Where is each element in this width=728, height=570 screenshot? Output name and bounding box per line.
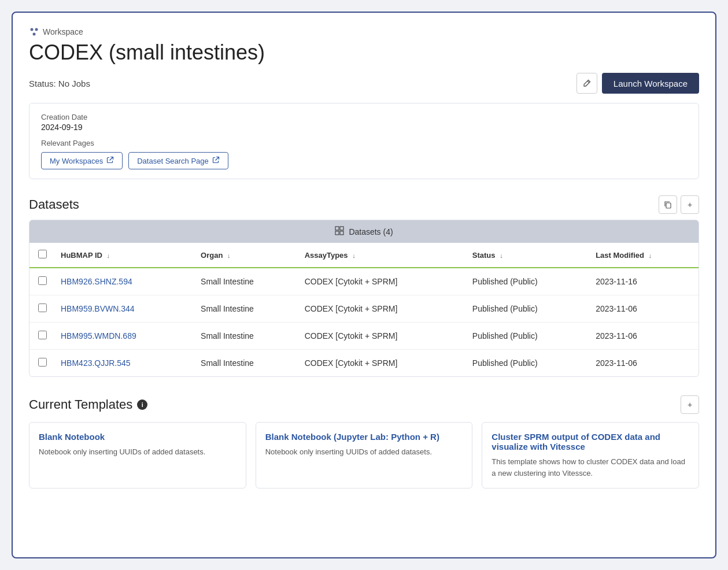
select-all-checkbox[interactable] bbox=[38, 250, 47, 258]
row-hubmap-id: HBM926.SHNZ.594 bbox=[55, 268, 195, 295]
row-hubmap-id: HBM959.BVWN.344 bbox=[55, 295, 195, 323]
table-row: HBM959.BVWN.344 Small Intestine CODEX [C… bbox=[29, 295, 699, 323]
last-modified-sort-icon: ↓ bbox=[649, 252, 652, 259]
page-title: CODEX (small intestines) bbox=[29, 40, 699, 65]
status-sort-icon: ↓ bbox=[500, 252, 503, 259]
row-checkbox-0[interactable] bbox=[38, 276, 47, 285]
dataset-link-2[interactable]: HBM995.WMDN.689 bbox=[61, 331, 136, 340]
datasets-section-actions: + bbox=[659, 195, 699, 214]
row-status: Published (Public) bbox=[467, 268, 590, 295]
action-buttons: Launch Workspace bbox=[577, 73, 699, 94]
add-dataset-button[interactable]: + bbox=[681, 195, 699, 214]
select-all-header bbox=[29, 243, 55, 268]
hubmap-id-sort-icon: ↓ bbox=[107, 252, 110, 259]
organ-sort-icon: ↓ bbox=[227, 252, 231, 259]
row-checkbox-3[interactable] bbox=[38, 358, 47, 367]
copy-datasets-button[interactable] bbox=[659, 195, 677, 214]
row-checkbox-cell bbox=[29, 323, 55, 350]
link1-icon bbox=[106, 156, 114, 165]
row-status: Published (Public) bbox=[467, 295, 590, 323]
row-checkbox-cell bbox=[29, 350, 55, 377]
template-card-desc-0: Notebook only inserting UUIDs of added d… bbox=[39, 446, 236, 458]
svg-rect-3 bbox=[666, 203, 671, 208]
template-card-desc-1: Notebook only inserting UUIDs of added d… bbox=[265, 446, 463, 458]
my-workspaces-link[interactable]: My Workspaces bbox=[41, 152, 123, 169]
row-assay-types: CODEX [Cytokit + SPRM] bbox=[299, 323, 467, 350]
dataset-search-link[interactable]: Dataset Search Page bbox=[128, 152, 228, 169]
status-header[interactable]: Status ↓ bbox=[467, 243, 590, 268]
template-card-0: Blank Notebook Notebook only inserting U… bbox=[29, 422, 246, 488]
relevant-pages-label: Relevant Pages bbox=[41, 139, 687, 147]
dataset-link-1[interactable]: HBM959.BVWN.344 bbox=[61, 304, 135, 313]
creation-date-label: Creation Date bbox=[41, 113, 687, 121]
template-card-title-1[interactable]: Blank Notebook (Jupyter Lab: Python + R) bbox=[265, 432, 463, 442]
launch-workspace-button[interactable]: Launch Workspace bbox=[602, 73, 699, 94]
template-card-2: Cluster SPRM output of CODEX data and vi… bbox=[482, 422, 699, 488]
table-row: HBM926.SHNZ.594 Small Intestine CODEX [C… bbox=[29, 268, 699, 295]
row-assay-types: CODEX [Cytokit + SPRM] bbox=[299, 350, 467, 377]
edit-button[interactable] bbox=[577, 73, 597, 94]
row-organ: Small Intestine bbox=[195, 323, 299, 350]
template-card-desc-2: This template shows how to cluster CODEX… bbox=[492, 456, 689, 479]
templates-section-title: Current Templates bbox=[29, 397, 132, 412]
template-card-1: Blank Notebook (Jupyter Lab: Python + R)… bbox=[256, 422, 473, 488]
row-assay-types: CODEX [Cytokit + SPRM] bbox=[299, 268, 467, 295]
link-buttons: My Workspaces Dataset Search Page bbox=[41, 152, 687, 169]
assay-sort-icon: ↓ bbox=[352, 252, 356, 259]
row-checkbox-cell bbox=[29, 295, 55, 323]
row-assay-types: CODEX [Cytokit + SPRM] bbox=[299, 295, 467, 323]
creation-date-value: 2024-09-19 bbox=[41, 123, 687, 132]
table-header-label: Datasets (4) bbox=[349, 227, 393, 236]
table-grid-icon bbox=[335, 226, 344, 237]
templates-header: Current Templates i + bbox=[29, 395, 699, 414]
row-checkbox-1[interactable] bbox=[38, 303, 47, 312]
row-last-modified: 2023-11-06 bbox=[590, 323, 699, 350]
row-last-modified: 2023-11-16 bbox=[590, 268, 699, 295]
page-container: Workspace CODEX (small intestines) Statu… bbox=[12, 12, 716, 558]
table-row: HBM995.WMDN.689 Small Intestine CODEX [C… bbox=[29, 323, 699, 350]
last-modified-header[interactable]: Last Modified ↓ bbox=[590, 243, 699, 268]
breadcrumb-label: Workspace bbox=[43, 27, 83, 36]
svg-point-0 bbox=[31, 28, 34, 31]
link2-icon bbox=[212, 156, 220, 165]
row-last-modified: 2023-11-06 bbox=[590, 350, 699, 377]
row-organ: Small Intestine bbox=[195, 350, 299, 377]
link2-label: Dataset Search Page bbox=[137, 157, 209, 165]
dataset-link-0[interactable]: HBM926.SHNZ.594 bbox=[61, 277, 132, 286]
template-card-title-0[interactable]: Blank Notebook bbox=[39, 432, 236, 442]
row-checkbox-2[interactable] bbox=[38, 331, 47, 339]
datasets-section-title: Datasets bbox=[29, 197, 79, 212]
svg-rect-4 bbox=[335, 227, 339, 230]
svg-rect-7 bbox=[340, 231, 343, 235]
status-launch-row: Status: No Jobs Launch Workspace bbox=[29, 73, 699, 94]
row-last-modified: 2023-11-06 bbox=[590, 295, 699, 323]
assay-types-header[interactable]: AssayTypes ↓ bbox=[299, 243, 467, 268]
row-status: Published (Public) bbox=[467, 323, 590, 350]
dataset-link-3[interactable]: HBM423.QJJR.545 bbox=[61, 358, 131, 368]
templates-title-row: Current Templates i bbox=[29, 397, 147, 412]
datasets-section-header: Datasets + bbox=[29, 195, 699, 214]
hubmap-id-header[interactable]: HuBMAP ID ↓ bbox=[55, 243, 195, 268]
row-hubmap-id: HBM995.WMDN.689 bbox=[55, 323, 195, 350]
row-status: Published (Public) bbox=[467, 350, 590, 377]
breadcrumb: Workspace bbox=[29, 27, 699, 37]
status-text: Status: No Jobs bbox=[29, 79, 90, 88]
svg-point-1 bbox=[35, 28, 38, 31]
row-hubmap-id: HBM423.QJJR.545 bbox=[55, 350, 195, 377]
templates-info-icon[interactable]: i bbox=[137, 399, 147, 410]
template-cards: Blank Notebook Notebook only inserting U… bbox=[29, 422, 699, 488]
add-template-button[interactable]: + bbox=[681, 395, 699, 414]
datasets-table-wrapper: Datasets (4) HuBMAP ID ↓ Organ ↓ bbox=[29, 220, 699, 377]
row-organ: Small Intestine bbox=[195, 295, 299, 323]
svg-point-2 bbox=[33, 33, 36, 36]
datasets-table: HuBMAP ID ↓ Organ ↓ AssayTypes ↓ Status … bbox=[29, 243, 699, 376]
row-organ: Small Intestine bbox=[195, 268, 299, 295]
template-card-title-2[interactable]: Cluster SPRM output of CODEX data and vi… bbox=[492, 432, 689, 451]
svg-rect-6 bbox=[335, 231, 339, 235]
link1-label: My Workspaces bbox=[50, 157, 103, 165]
table-row: HBM423.QJJR.545 Small Intestine CODEX [C… bbox=[29, 350, 699, 377]
organ-header[interactable]: Organ ↓ bbox=[195, 243, 299, 268]
workspace-icon bbox=[29, 27, 39, 37]
table-header-bar: Datasets (4) bbox=[29, 220, 699, 243]
svg-rect-5 bbox=[340, 227, 343, 230]
